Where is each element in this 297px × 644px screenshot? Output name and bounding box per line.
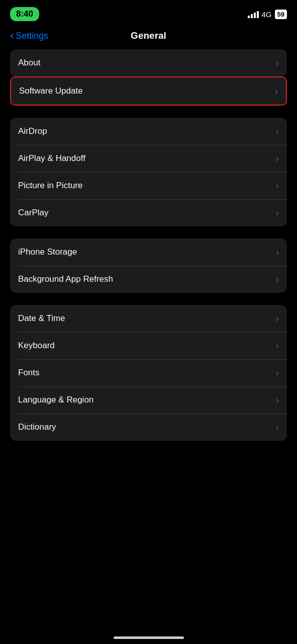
settings-item-dictionary[interactable]: Dictionary › <box>10 414 287 441</box>
keyboard-label: Keyboard <box>18 341 55 351</box>
airdrop-chevron-icon: › <box>276 126 279 137</box>
date-time-chevron-icon: › <box>276 313 279 324</box>
settings-item-iphone-storage[interactable]: iPhone Storage › <box>10 238 287 266</box>
battery-level: 59 <box>277 11 284 18</box>
settings-item-picture-in-picture[interactable]: Picture in Picture › <box>10 172 287 199</box>
fonts-label: Fonts <box>18 368 40 378</box>
software-update-label: Software Update <box>19 86 83 96</box>
status-bar: 8:40 4G 59 <box>0 0 297 25</box>
settings-item-carplay[interactable]: CarPlay › <box>10 199 287 226</box>
section-system: Date & Time › Keyboard › Fonts › Languag… <box>10 305 287 441</box>
settings-item-date-time[interactable]: Date & Time › <box>10 305 287 332</box>
picture-in-picture-chevron-icon: › <box>276 181 279 191</box>
settings-group-about: About › <box>10 49 287 76</box>
picture-in-picture-label: Picture in Picture <box>18 181 83 191</box>
settings-item-airdrop[interactable]: AirDrop › <box>10 118 287 145</box>
iphone-storage-chevron-icon: › <box>276 247 279 258</box>
dictionary-label: Dictionary <box>18 422 56 432</box>
settings-group-storage: iPhone Storage › Background App Refresh … <box>10 238 287 293</box>
page-title: General <box>131 30 166 41</box>
background-app-refresh-chevron-icon: › <box>276 274 279 285</box>
status-time: 8:40 <box>10 7 39 21</box>
nav-back-button[interactable]: ‹ Settings <box>10 30 48 41</box>
section-about: About › Software Update › <box>10 49 287 106</box>
nav-back-label: Settings <box>16 31 48 41</box>
dictionary-chevron-icon: › <box>276 422 279 433</box>
settings-item-keyboard[interactable]: Keyboard › <box>10 332 287 359</box>
section-storage: iPhone Storage › Background App Refresh … <box>10 238 287 293</box>
section-connectivity: AirDrop › AirPlay & Handoff › Picture in… <box>10 118 287 226</box>
iphone-storage-label: iPhone Storage <box>18 247 77 257</box>
carplay-chevron-icon: › <box>276 208 279 218</box>
date-time-label: Date & Time <box>18 313 65 324</box>
airplay-handoff-label: AirPlay & Handoff <box>18 153 85 164</box>
background-app-refresh-label: Background App Refresh <box>18 274 113 284</box>
signal-bar-3 <box>254 13 256 18</box>
settings-item-airplay-handoff[interactable]: AirPlay & Handoff › <box>10 145 287 172</box>
settings-item-background-app-refresh[interactable]: Background App Refresh › <box>10 266 287 293</box>
fonts-chevron-icon: › <box>276 368 279 378</box>
settings-item-language-region[interactable]: Language & Region › <box>10 386 287 414</box>
signal-bars <box>248 10 259 18</box>
settings-group-system: Date & Time › Keyboard › Fonts › Languag… <box>10 305 287 441</box>
airdrop-label: AirDrop <box>18 126 47 136</box>
settings-item-about[interactable]: About › <box>10 49 287 76</box>
signal-bar-2 <box>251 14 253 18</box>
settings-item-fonts[interactable]: Fonts › <box>10 359 287 386</box>
network-label: 4G <box>262 10 272 19</box>
settings-item-software-update[interactable]: Software Update › <box>11 77 286 105</box>
settings-group-connectivity: AirDrop › AirPlay & Handoff › Picture in… <box>10 118 287 226</box>
nav-bar: ‹ Settings General <box>0 25 297 49</box>
about-label: About <box>18 58 40 68</box>
airplay-handoff-chevron-icon: › <box>276 153 279 164</box>
carplay-label: CarPlay <box>18 208 48 218</box>
battery-indicator: 59 <box>275 10 287 19</box>
home-indicator <box>114 636 184 639</box>
status-right: 4G 59 <box>248 10 287 19</box>
about-chevron-icon: › <box>276 58 279 68</box>
signal-bar-4 <box>257 11 259 18</box>
signal-bar-1 <box>248 16 250 18</box>
software-update-chevron-icon: › <box>275 86 278 97</box>
language-region-chevron-icon: › <box>276 395 279 406</box>
keyboard-chevron-icon: › <box>276 341 279 351</box>
language-region-label: Language & Region <box>18 395 93 405</box>
back-chevron-icon: ‹ <box>10 30 14 41</box>
